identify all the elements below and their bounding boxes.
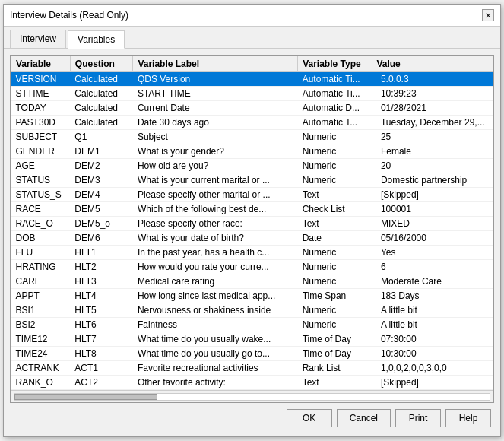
cell-type: Time of Day	[298, 332, 376, 347]
cell-question: Calculated	[70, 116, 133, 130]
cell-type: Numeric	[298, 173, 376, 188]
cell-question: DEM5	[70, 202, 133, 217]
table-row[interactable]: APPTHLT4How long since last medical app.…	[11, 289, 493, 303]
table-row[interactable]: ACTRANKACT1Favorite recreational activit…	[11, 361, 493, 376]
table-row[interactable]: RACE_ODEM5_oPlease specify other race:Te…	[11, 217, 493, 231]
tab-bar: Interview Variables	[4, 27, 500, 49]
cell-variable: AGE	[11, 159, 71, 173]
cell-variable: SUBJECT	[11, 130, 71, 144]
cell-value: 6	[376, 260, 493, 274]
cancel-button[interactable]: Cancel	[337, 409, 391, 427]
cell-variable: HRATING	[11, 260, 71, 274]
cell-variable: ACTRANK	[11, 361, 71, 376]
cell-variable: VERSION	[11, 72, 71, 87]
cell-label: What time do you usually wake...	[133, 332, 298, 347]
cell-value: Tuesday, December 29,...	[376, 116, 493, 130]
ok-button[interactable]: OK	[287, 409, 332, 427]
cell-question: DEM6	[70, 231, 133, 246]
cell-variable: STTIME	[11, 87, 71, 101]
col-header-variable: Variable	[11, 56, 71, 72]
cell-type: Automatic D...	[298, 101, 376, 116]
table-row[interactable]: TIME12HLT7What time do you usually wake.…	[11, 332, 493, 347]
cell-question: HLT3	[70, 274, 133, 289]
table-row[interactable]: DOBDEM6What is your date of birth?Date05…	[11, 231, 493, 246]
title-bar: Interview Details (Read Only) ✕	[4, 5, 500, 27]
close-button[interactable]: ✕	[482, 9, 494, 21]
cell-label: Medical care rating	[133, 274, 298, 289]
cell-variable: BSI1	[11, 303, 71, 318]
cell-type: Automatic Ti...	[298, 87, 376, 101]
cell-variable: PAST30D	[11, 116, 71, 130]
cell-label: Faintness	[133, 318, 298, 332]
window-title: Interview Details (Read Only)	[10, 10, 128, 21]
cell-type: Numeric	[298, 159, 376, 173]
cell-type: Time of Day	[298, 347, 376, 361]
table-row[interactable]: TODAYCalculatedCurrent DateAutomatic D..…	[11, 101, 493, 116]
cell-value: 183 Days	[376, 289, 493, 303]
cell-type: Text	[298, 217, 376, 231]
cell-value: A little bit	[376, 318, 493, 332]
cell-question: HLT1	[70, 246, 133, 260]
cell-label: Other favorite activity:	[133, 376, 298, 390]
cell-question: HLT8	[70, 347, 133, 361]
cell-variable: TIME24	[11, 347, 71, 361]
table-row[interactable]: FLUHLT1In the past year, has a health c.…	[11, 246, 493, 260]
cell-variable: STATUS_S	[11, 188, 71, 202]
cell-variable: STATUS	[11, 173, 71, 188]
cell-value: 20	[376, 159, 493, 173]
cell-label: Please specify other race:	[133, 217, 298, 231]
cell-label: Date 30 days ago	[133, 116, 298, 130]
cell-variable: RACE	[11, 202, 71, 217]
cell-variable: RACE_O	[11, 217, 71, 231]
cell-value: 10:39:23	[376, 87, 493, 101]
cell-value: Female	[376, 144, 493, 159]
footer: OK Cancel Print Help	[10, 403, 494, 430]
cell-label: What time do you usually go to...	[133, 347, 298, 361]
table-row[interactable]: STATUS_SDEM4Please specify other marital…	[11, 188, 493, 202]
cell-label: What is your gender?	[133, 144, 298, 159]
cell-variable: GENDER	[11, 144, 71, 159]
tab-interview[interactable]: Interview	[10, 30, 66, 48]
cell-type: Text	[298, 376, 376, 390]
cell-label: Nervousness or shakiness inside	[133, 303, 298, 318]
table-row[interactable]: RANK_OACT2Other favorite activity:Text[S…	[11, 376, 493, 390]
table-scroll[interactable]: Variable Question Variable Label Variabl…	[11, 56, 493, 390]
table-row[interactable]: STTIMECalculatedSTART TIMEAutomatic Ti..…	[11, 87, 493, 101]
table-row[interactable]: RACEDEM5Which of the following best de..…	[11, 202, 493, 217]
table-row[interactable]: STATUSDEM3What is your current marital o…	[11, 173, 493, 188]
cell-type: Numeric	[298, 130, 376, 144]
cell-value: [Skipped]	[376, 188, 493, 202]
table-row[interactable]: TIME24HLT8What time do you usually go to…	[11, 347, 493, 361]
cell-variable: RANK_O	[11, 376, 71, 390]
help-button[interactable]: Help	[445, 409, 491, 427]
table-row[interactable]: CAREHLT3Medical care ratingNumericModera…	[11, 274, 493, 289]
cell-type: Numeric	[298, 260, 376, 274]
cell-value: [Skipped]	[376, 376, 493, 390]
table-row[interactable]: PAST30DCalculatedDate 30 days agoAutomat…	[11, 116, 493, 130]
cell-variable: TIME12	[11, 332, 71, 347]
table-row[interactable]: GENDERDEM1What is your gender?NumericFem…	[11, 144, 493, 159]
cell-value: A little bit	[376, 303, 493, 318]
table-row[interactable]: BSI2HLT6FaintnessNumericA little bit	[11, 318, 493, 332]
variables-table-container: Variable Question Variable Label Variabl…	[10, 55, 494, 403]
cell-question: HLT5	[70, 303, 133, 318]
horizontal-scrollbar[interactable]	[11, 390, 493, 402]
col-header-label: Variable Label	[133, 56, 298, 72]
print-button[interactable]: Print	[395, 409, 441, 427]
cell-value: 25	[376, 130, 493, 144]
table-row[interactable]: SUBJECTQ1SubjectNumeric25	[11, 130, 493, 144]
cell-label: Current Date	[133, 101, 298, 116]
col-header-value: Value	[376, 56, 493, 72]
tab-variables[interactable]: Variables	[68, 30, 125, 49]
table-row[interactable]: AGEDEM2How old are you?Numeric20	[11, 159, 493, 173]
cell-value: 5.0.0.3	[376, 72, 493, 87]
scroll-thumb[interactable]	[14, 394, 157, 400]
cell-label: QDS Version	[133, 72, 298, 87]
table-row[interactable]: BSI1HLT5Nervousness or shakiness insideN…	[11, 303, 493, 318]
variables-table: Variable Question Variable Label Variabl…	[11, 56, 493, 390]
cell-question: Calculated	[70, 101, 133, 116]
table-row[interactable]: HRATINGHLT2How would you rate your curre…	[11, 260, 493, 274]
table-row[interactable]: VERSIONCalculatedQDS VersionAutomatic Ti…	[11, 72, 493, 87]
cell-type: Numeric	[298, 274, 376, 289]
cell-type: Automatic T...	[298, 116, 376, 130]
